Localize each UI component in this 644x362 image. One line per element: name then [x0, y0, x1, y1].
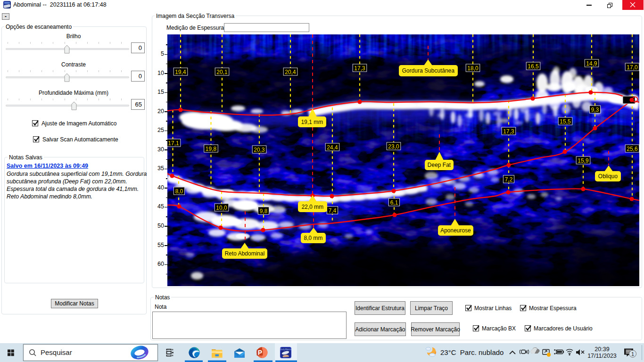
svg-text:20,4: 20,4 — [285, 69, 296, 75]
svg-text:9,3: 9,3 — [591, 107, 599, 113]
svg-text:17,3: 17,3 — [354, 65, 365, 72]
svg-text:15,5: 15,5 — [560, 118, 571, 125]
svg-text:Deep Fat: Deep Fat — [428, 162, 451, 168]
svg-text:Obliquo: Obliquo — [598, 173, 618, 180]
svg-text:17,1: 17,1 — [168, 140, 179, 147]
svg-text:20:39: 20:39 — [594, 346, 609, 353]
svg-text:BodyMetrix: BodyMetrix — [280, 348, 292, 351]
svg-text:10,0: 10,0 — [216, 205, 227, 211]
svg-text:8,0: 8,0 — [175, 188, 183, 195]
svg-text:8,0 mm: 8,0 mm — [304, 235, 322, 241]
svg-text:17,3: 17,3 — [503, 128, 514, 135]
svg-text:Pesquisar: Pesquisar — [41, 348, 72, 356]
svg-text:Reto Abdominal: Reto Abdominal — [225, 250, 265, 257]
svg-text:19,1 mm: 19,1 mm — [301, 119, 323, 125]
svg-text:20,3: 20,3 — [254, 147, 265, 153]
svg-text:Aponeurose: Aponeurose — [440, 227, 471, 234]
svg-text:7,4: 7,4 — [329, 207, 337, 214]
svg-text:22,0 mm: 22,0 mm — [302, 204, 324, 210]
svg-text:20,1: 20,1 — [216, 69, 228, 75]
svg-text:16,5: 16,5 — [528, 63, 539, 70]
svg-text:23°C Parc. nublado: 23°C Parc. nublado — [440, 348, 504, 356]
svg-text:14,9: 14,9 — [586, 60, 597, 67]
svg-text:19,4: 19,4 — [175, 69, 186, 75]
svg-text:19,8: 19,8 — [206, 146, 217, 152]
svg-text:9,8: 9,8 — [260, 208, 268, 214]
svg-text:18,0: 18,0 — [467, 65, 479, 72]
svg-text:17/11/2023: 17/11/2023 — [587, 353, 617, 359]
svg-text:1: 1 — [631, 351, 634, 357]
svg-text:23,0: 23,0 — [388, 143, 399, 150]
svg-text:24,4: 24,4 — [327, 144, 338, 151]
svg-text:6,1: 6,1 — [390, 199, 398, 206]
svg-text:P: P — [258, 349, 262, 356]
svg-text:17,0: 17,0 — [627, 64, 638, 71]
svg-text:Gordura Subcutânea: Gordura Subcutânea — [402, 67, 455, 74]
svg-text:25,6: 25,6 — [627, 146, 638, 152]
svg-text:7,2: 7,2 — [505, 176, 513, 183]
svg-text:15,9: 15,9 — [578, 157, 589, 164]
